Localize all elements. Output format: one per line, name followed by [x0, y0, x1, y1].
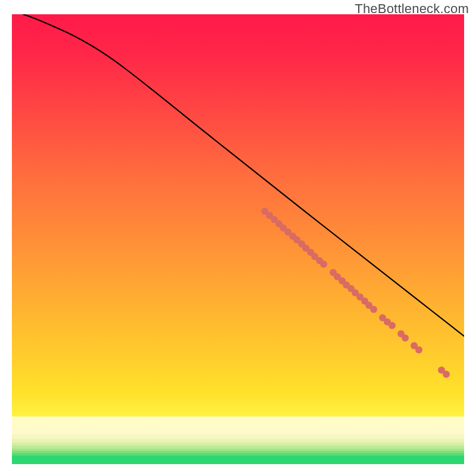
- svg-rect-4: [12, 443, 464, 446]
- svg-rect-7: [12, 451, 464, 453]
- frame-left: [0, 0, 12, 476]
- svg-rect-2: [12, 434, 464, 439]
- svg-point-36: [389, 322, 396, 329]
- plot-background: [12, 14, 464, 464]
- svg-rect-0: [12, 416, 464, 427]
- frame-bottom: [0, 464, 476, 476]
- svg-rect-9: [12, 456, 464, 464]
- frame-right: [464, 0, 476, 476]
- svg-point-40: [415, 346, 422, 353]
- svg-point-42: [443, 371, 450, 378]
- svg-rect-8: [12, 453, 464, 456]
- bottom-bands: [12, 416, 464, 464]
- svg-rect-6: [12, 449, 464, 451]
- svg-point-33: [370, 306, 377, 313]
- watermark-text: TheBottleneck.com: [355, 1, 469, 17]
- svg-point-23: [320, 261, 327, 268]
- chart-stage: TheBottleneck.com: [0, 0, 476, 476]
- chart-svg: [0, 0, 476, 476]
- svg-point-38: [402, 334, 409, 342]
- svg-rect-5: [12, 446, 464, 449]
- svg-rect-3: [12, 439, 464, 443]
- svg-rect-1: [12, 427, 464, 434]
